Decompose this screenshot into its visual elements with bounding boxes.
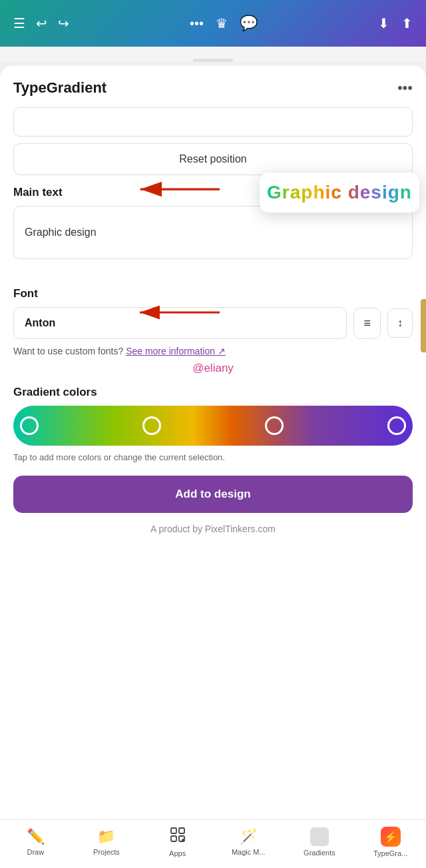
color-stop-3[interactable] xyxy=(265,416,284,435)
gradient-bar[interactable] xyxy=(13,406,413,446)
text-size-button[interactable]: ↕ xyxy=(387,308,413,338)
svg-rect-6 xyxy=(171,836,176,841)
font-label: Font xyxy=(13,287,413,300)
crown-icon[interactable]: ♛ xyxy=(216,15,228,31)
gradients-icon xyxy=(310,827,329,846)
add-to-design-button[interactable]: Add to design xyxy=(13,476,413,513)
size-icon: ↕ xyxy=(397,317,403,329)
reset-position-button[interactable]: Reset position xyxy=(13,143,413,175)
nav-item-magic[interactable]: 🪄 Magic M... xyxy=(228,828,268,856)
share-icon[interactable]: ⬆ xyxy=(401,15,413,31)
nav-item-draw[interactable]: ✏️ Draw xyxy=(15,828,55,856)
nav-label-gradients: Gradients xyxy=(304,849,335,857)
preview-text: Graphic design xyxy=(267,182,412,203)
gradient-bar-container xyxy=(13,406,413,446)
svg-rect-5 xyxy=(179,828,184,833)
panel: TypeGradient ••• Reset position Graphic … xyxy=(0,66,426,865)
panel-header: TypeGradient ••• xyxy=(13,79,413,97)
redo-icon[interactable]: ↪ xyxy=(58,15,69,31)
color-stop-2[interactable] xyxy=(142,416,161,435)
typegradient-icon: ⚡ xyxy=(381,827,401,847)
apps-icon xyxy=(170,827,186,847)
draw-icon: ✏️ xyxy=(27,828,45,845)
nav-item-gradients[interactable]: Gradients xyxy=(300,827,339,857)
arrow-to-main-text xyxy=(133,173,220,206)
hint-text: Tap to add more colors or change the cur… xyxy=(13,452,413,462)
download-icon[interactable]: ⬇ xyxy=(378,15,389,31)
chat-icon[interactable]: 💬 xyxy=(240,15,258,32)
projects-icon: 📁 xyxy=(97,828,115,845)
top-bar: ☰ ↩ ↪ ••• ♛ 💬 ⬇ ⬆ xyxy=(0,0,426,47)
nav-label-draw: Draw xyxy=(27,848,44,856)
menu-icon[interactable]: ☰ xyxy=(13,15,25,31)
align-icon: ≡ xyxy=(363,316,371,330)
nav-item-apps[interactable]: Apps xyxy=(158,827,198,857)
main-text-value: Graphic design xyxy=(25,226,97,238)
panel-more-button[interactable]: ••• xyxy=(397,79,413,97)
bottom-nav: ✏️ Draw 📁 Projects Apps 🪄 Magic M... Gra… xyxy=(0,819,426,868)
nav-item-typegradient[interactable]: ⚡ TypeGra... xyxy=(371,827,411,857)
main-text-area[interactable]: Graphic design xyxy=(13,206,413,259)
nav-item-projects[interactable]: 📁 Projects xyxy=(87,828,126,856)
magic-icon: 🪄 xyxy=(240,828,258,845)
panel-title: TypeGradient xyxy=(13,79,106,97)
nav-label-magic: Magic M... xyxy=(232,848,266,856)
arrow-to-font xyxy=(133,299,220,326)
color-stop-1[interactable] xyxy=(20,416,39,435)
top-input-field[interactable] xyxy=(13,107,413,137)
svg-rect-4 xyxy=(171,828,176,833)
gradient-colors-label: Gradient colors xyxy=(13,386,413,399)
custom-fonts-text: Want to use custom fonts? See more infor… xyxy=(13,346,413,356)
color-stop-4[interactable] xyxy=(387,416,406,435)
nav-label-apps: Apps xyxy=(169,849,186,857)
nav-label-projects: Projects xyxy=(93,848,120,856)
more-dots-icon[interactable]: ••• xyxy=(190,16,204,31)
font-row-container: ≡ ↕ xyxy=(13,307,413,339)
undo-icon[interactable]: ↩ xyxy=(36,15,47,31)
watermark-text: @eliany xyxy=(13,362,413,375)
text-align-button[interactable]: ≡ xyxy=(353,308,381,339)
drag-handle xyxy=(193,59,233,62)
nav-label-typegradient: TypeGra... xyxy=(373,849,407,857)
product-by-text: A product by PixelTinkers.com xyxy=(13,524,413,534)
external-link-icon: ↗ xyxy=(218,346,226,356)
scrollbar-indicator xyxy=(421,299,426,352)
see-more-info-link[interactable]: See more information ↗ xyxy=(126,346,226,356)
preview-card: Graphic design xyxy=(260,173,419,213)
main-text-container: Graphic design xyxy=(13,206,413,259)
